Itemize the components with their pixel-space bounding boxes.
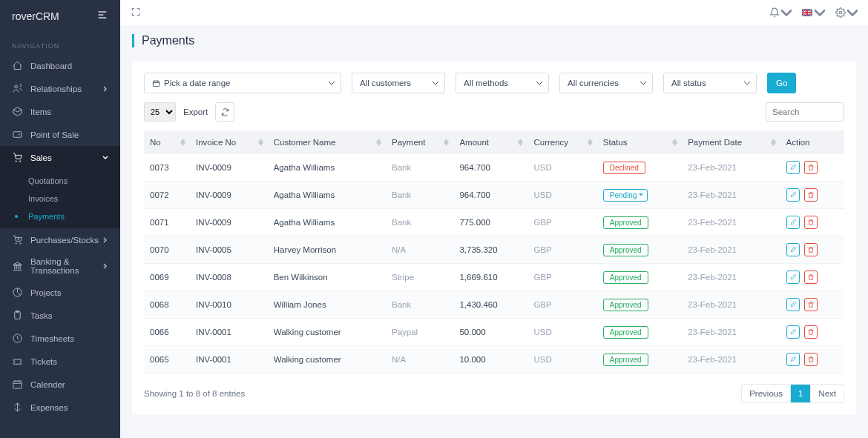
cell-status: Approved [597, 236, 682, 264]
wallet-icon [12, 129, 23, 140]
cell-customer-name: Agatha Williams [268, 182, 386, 209]
cell-amount: 3,735.320 [453, 236, 527, 264]
sidebar-subitem-quotations[interactable]: Quotations [0, 172, 120, 190]
fullscreen-icon[interactable] [131, 7, 141, 19]
go-button[interactable]: Go [767, 73, 796, 93]
box-icon [12, 106, 23, 117]
sidebar-item-sales[interactable]: Sales [0, 146, 120, 169]
edit-button[interactable] [786, 325, 800, 339]
cart-icon [12, 152, 23, 163]
nav-submenu: QuotationsInvoicesPayments [0, 169, 120, 228]
sidebar-item-purchases-stocks[interactable]: Purchases/Stocks [0, 228, 120, 251]
delete-button[interactable] [804, 298, 818, 311]
status-badge[interactable]: Pending [603, 189, 648, 202]
sidebar-item-expenses[interactable]: Expenses [0, 396, 120, 419]
column-header-amount[interactable]: Amount [453, 130, 527, 154]
delete-button[interactable] [804, 271, 818, 284]
notifications-icon[interactable] [769, 7, 792, 18]
sidebar-item-tasks[interactable]: Tasks [0, 304, 120, 327]
column-header-no[interactable]: No [144, 130, 190, 154]
brand-name: roverCRM [12, 10, 59, 22]
sidebar-item-tickets[interactable]: Tickets [0, 350, 120, 373]
filter-customers[interactable]: All customers [352, 73, 445, 93]
cell-no: 0073 [144, 154, 190, 182]
edit-button[interactable] [786, 298, 800, 311]
column-header-currency[interactable]: Currency [527, 130, 596, 154]
column-header-payment[interactable]: Payment [386, 130, 453, 154]
cell-currency: USD [527, 154, 596, 182]
sort-icon [518, 139, 523, 146]
cell-payment-date: 23-Feb-2021 [682, 182, 780, 209]
sidebar-item-label: Dashboard [30, 62, 72, 70]
date-range-label: Pick a date range [164, 79, 231, 87]
cell-currency: GBP [527, 264, 596, 291]
caret-down-icon [640, 79, 646, 87]
edit-button[interactable] [786, 353, 800, 366]
sidebar-subitem-payments[interactable]: Payments [0, 208, 120, 225]
sidebar-item-calender[interactable]: Calender [0, 373, 120, 396]
sidebar-item-dashboard[interactable]: Dashboard [0, 54, 120, 77]
sidebar-item-point-of-sale[interactable]: Point of Sale [0, 123, 120, 146]
cell-amount: 775.000 [453, 209, 527, 236]
column-header-invoice-no[interactable]: Invoice No [190, 130, 268, 154]
refresh-button[interactable] [215, 102, 234, 122]
sidebar-item-items[interactable]: Items [0, 100, 120, 123]
settings-icon[interactable] [835, 7, 858, 18]
cell-payment-date: 23-Feb-2021 [682, 346, 780, 374]
sidebar-subitem-invoices[interactable]: Invoices [0, 190, 120, 208]
table-row: 0068INV-0010William JonesBank1,430.460GB… [144, 291, 844, 319]
export-button[interactable]: Export [183, 107, 208, 116]
filter-currencies[interactable]: All currencies [559, 73, 653, 93]
language-flag-uk[interactable] [802, 7, 825, 18]
page-size-select[interactable]: 25 [144, 102, 176, 122]
cell-payment-method: Paypal [386, 319, 453, 346]
edit-button[interactable] [786, 243, 800, 256]
search-input[interactable] [766, 102, 844, 122]
pagination-next[interactable]: Next [810, 385, 844, 402]
sidebar: roverCRM NAVIGATION DashboardRelationshi… [0, 0, 120, 438]
filter-status[interactable]: All status [663, 73, 757, 93]
sidebar-item-relationships[interactable]: Relationships [0, 77, 120, 100]
delete-button[interactable] [804, 353, 818, 366]
sidebar-item-timesheets[interactable]: Timesheets [0, 327, 120, 350]
column-header-status[interactable]: Status [597, 130, 682, 154]
sidebar-item-label: Tickets [30, 357, 57, 366]
cell-payment-method: Bank [386, 209, 453, 236]
edit-button[interactable] [786, 271, 800, 284]
table-row: 0065INV-0001Walking customerN/A10.000USD… [144, 346, 844, 374]
delete-button[interactable] [804, 161, 818, 174]
caret-down-icon [744, 79, 750, 87]
users-icon [12, 83, 23, 94]
sidebar-item-banking-transactions[interactable]: Banking & Transactions [0, 251, 120, 281]
delete-button[interactable] [804, 325, 818, 339]
cell-invoice-no: INV-0001 [190, 319, 268, 346]
delete-button[interactable] [804, 216, 818, 229]
svg-point-19 [839, 11, 842, 14]
edit-button[interactable] [786, 188, 800, 202]
header-label: Payment [392, 138, 425, 147]
cell-payment-method: Bank [386, 154, 453, 182]
cell-payment-date: 23-Feb-2021 [682, 154, 780, 182]
column-header-payment-date[interactable]: Payment Date [682, 130, 780, 154]
edit-button[interactable] [786, 161, 800, 174]
cell-payment-date: 23-Feb-2021 [682, 209, 780, 236]
column-header-customer-name[interactable]: Customer Name [268, 130, 386, 154]
cell-action [780, 264, 844, 291]
topbar [120, 0, 868, 25]
pagination-page-1[interactable]: 1 [790, 385, 810, 402]
cell-invoice-no: INV-0009 [190, 154, 268, 182]
header-label: Customer Name [274, 138, 336, 147]
sidebar-item-projects[interactable]: Projects [0, 281, 120, 304]
header-label: Invoice No [196, 138, 236, 147]
delete-button[interactable] [804, 188, 818, 202]
svg-rect-14 [13, 381, 22, 388]
pagination-prev[interactable]: Previous [742, 385, 790, 402]
filter-methods[interactable]: All methods [456, 73, 549, 93]
edit-button[interactable] [786, 216, 800, 229]
sidebar-toggle-icon[interactable] [96, 9, 108, 23]
date-range-picker[interactable]: Pick a date range [144, 73, 341, 93]
status-badge: Approved [603, 244, 648, 256]
filter-methods-label: All methods [464, 79, 508, 87]
delete-button[interactable] [804, 243, 818, 256]
sidebar-item-label: Purchases/Stocks [30, 236, 99, 245]
